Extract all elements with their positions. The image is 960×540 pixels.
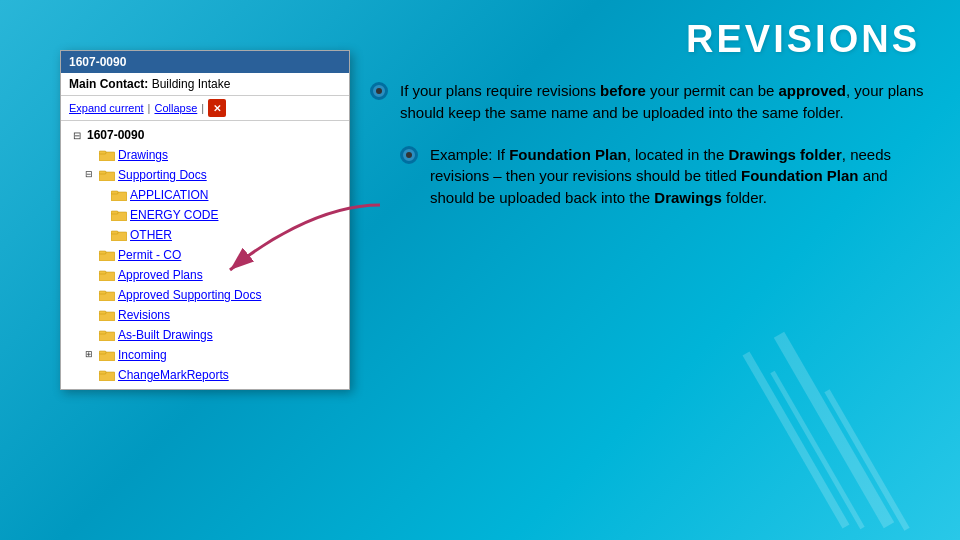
tree-label-changemark-reports[interactable]: ChangeMarkReports (118, 366, 229, 384)
svg-rect-3 (99, 171, 106, 174)
svg-rect-7 (111, 211, 118, 214)
bullet-dot-1 (370, 82, 388, 100)
bold-drawings-folder: Drawings folder (728, 146, 841, 163)
tree-item-changemark-reports: ChangeMarkReports (61, 365, 349, 385)
tree-item-incoming: ⊞ Incoming (61, 345, 349, 365)
fb-main-contact-label: Main Contact: (69, 77, 148, 91)
tree-label-as-built-drawings[interactable]: As-Built Drawings (118, 326, 213, 344)
bold-approved: approved (779, 82, 847, 99)
svg-rect-19 (99, 331, 106, 334)
bold-foundation-plan-1: Foundation Plan (509, 146, 627, 163)
fb-toolbar: Expand current | Collapse | ✕ (61, 96, 349, 121)
content-area: If your plans require revisions before y… (370, 80, 930, 229)
tree-label-other[interactable]: OTHER (130, 226, 172, 244)
page-title: REVISIONS (686, 18, 920, 61)
tree-label-incoming[interactable]: Incoming (118, 346, 167, 364)
tree-item-root: ⊟ 1607-0090 (61, 125, 349, 145)
folder-icon (111, 189, 127, 201)
bullet-text-1: If your plans require revisions before y… (400, 80, 930, 124)
expander: ⊟ (85, 168, 99, 182)
fb-titlebar: 1607-0090 (61, 51, 349, 73)
collapse-link[interactable]: Collapse (154, 102, 197, 114)
toolbar-icon-btn[interactable]: ✕ (208, 99, 226, 117)
svg-rect-9 (111, 231, 118, 234)
arrow-pointer (220, 195, 390, 285)
svg-rect-15 (99, 291, 106, 294)
folder-icon (99, 329, 115, 341)
expand-link[interactable]: Expand current (69, 102, 144, 114)
expander: ⊞ (85, 348, 99, 362)
tree-label-application[interactable]: APPLICATION (130, 186, 208, 204)
bold-drawings: Drawings (654, 189, 722, 206)
svg-rect-17 (99, 311, 106, 314)
bullet-dot-2 (400, 146, 418, 164)
tree-label-permit-co[interactable]: Permit - CO (118, 246, 181, 264)
folder-icon (99, 289, 115, 301)
tree-label-approved-supporting-docs[interactable]: Approved Supporting Docs (118, 286, 261, 304)
folder-icon (99, 269, 115, 281)
svg-rect-11 (99, 251, 106, 254)
tree-item-revisions: Revisions (61, 305, 349, 325)
svg-rect-21 (99, 351, 106, 354)
bullet-text-2: Example: If Foundation Plan, located in … (430, 144, 930, 209)
fb-main-contact-value: Building Intake (152, 77, 231, 91)
folder-icon (99, 249, 115, 261)
svg-rect-1 (99, 151, 106, 154)
svg-rect-23 (99, 371, 106, 374)
folder-icon (99, 369, 115, 381)
folder-icon (99, 349, 115, 361)
fb-info: Main Contact: Building Intake (61, 73, 349, 96)
tree-label-approved-plans[interactable]: Approved Plans (118, 266, 203, 284)
svg-rect-5 (111, 191, 118, 194)
bullet-item-2: Example: If Foundation Plan, located in … (400, 144, 930, 209)
bullet-item-1: If your plans require revisions before y… (370, 80, 930, 124)
bold-before: before (600, 82, 646, 99)
tree-item-approved-supporting-docs: Approved Supporting Docs (61, 285, 349, 305)
expander: ⊟ (73, 128, 87, 143)
tree-label-supporting-docs[interactable]: Supporting Docs (118, 166, 207, 184)
folder-icon (99, 169, 115, 181)
folder-icon (99, 309, 115, 321)
svg-rect-13 (99, 271, 106, 274)
toolbar-separator2: | (201, 102, 204, 114)
tree-item-supporting-docs: ⊟ Supporting Docs (61, 165, 349, 185)
tree-item-drawings: Drawings (61, 145, 349, 165)
title-area: REVISIONS (686, 18, 920, 61)
folder-icon (111, 229, 127, 241)
tree-label-drawings[interactable]: Drawings (118, 146, 168, 164)
tree-item-as-built-drawings: As-Built Drawings (61, 325, 349, 345)
bold-foundation-plan-2: Foundation Plan (741, 167, 859, 184)
folder-icon (99, 149, 115, 161)
tree-label-revisions[interactable]: Revisions (118, 306, 170, 324)
folder-icon (111, 209, 127, 221)
tree-label-root: 1607-0090 (87, 126, 144, 144)
toolbar-separator: | (148, 102, 151, 114)
tree-label-energy-code[interactable]: ENERGY CODE (130, 206, 218, 224)
